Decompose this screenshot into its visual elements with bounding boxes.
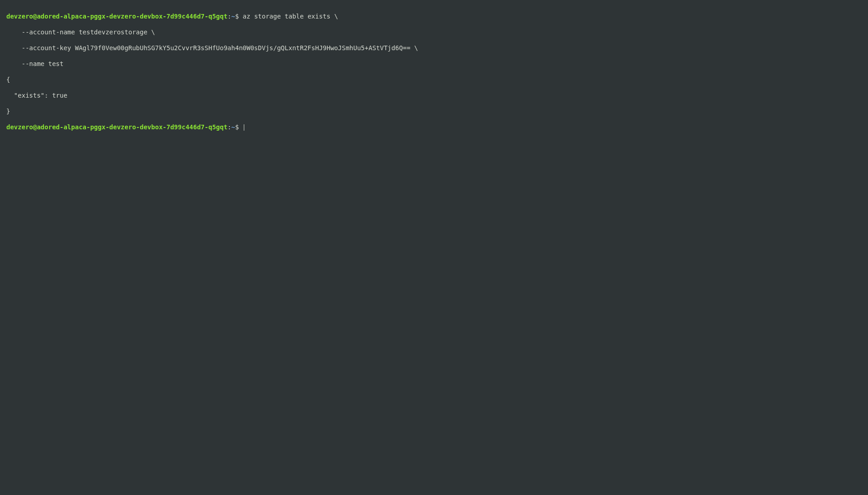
cursor xyxy=(244,124,244,131)
command-line-3: --account-key WAgl79f0Vew00gRubUhSG7kY5u… xyxy=(6,44,862,52)
prompt-dollar: $ xyxy=(235,13,243,20)
prompt-dollar-2: $ xyxy=(235,123,243,131)
output-line-2: "exists": true xyxy=(6,92,862,100)
command-line-1: devzero@adored-alpaca-pggx-devzero-devbo… xyxy=(6,13,862,21)
output-line-1: { xyxy=(6,76,862,84)
prompt-path: ~ xyxy=(231,13,235,20)
command-line-2: --account-name testdevzerostorage \ xyxy=(6,28,862,37)
terminal-window[interactable]: devzero@adored-alpaca-pggx-devzero-devbo… xyxy=(6,5,862,139)
output-line-3: } xyxy=(6,108,862,116)
prompt-user-host: devzero@adored-alpaca-pggx-devzero-devbo… xyxy=(6,13,228,20)
prompt-user-host-2: devzero@adored-alpaca-pggx-devzero-devbo… xyxy=(6,123,228,131)
command-line-4: --name test xyxy=(6,60,862,68)
command-text-1: az storage table exists \ xyxy=(243,13,338,20)
current-prompt-line[interactable]: devzero@adored-alpaca-pggx-devzero-devbo… xyxy=(6,123,862,132)
prompt-path-2: ~ xyxy=(231,123,235,131)
